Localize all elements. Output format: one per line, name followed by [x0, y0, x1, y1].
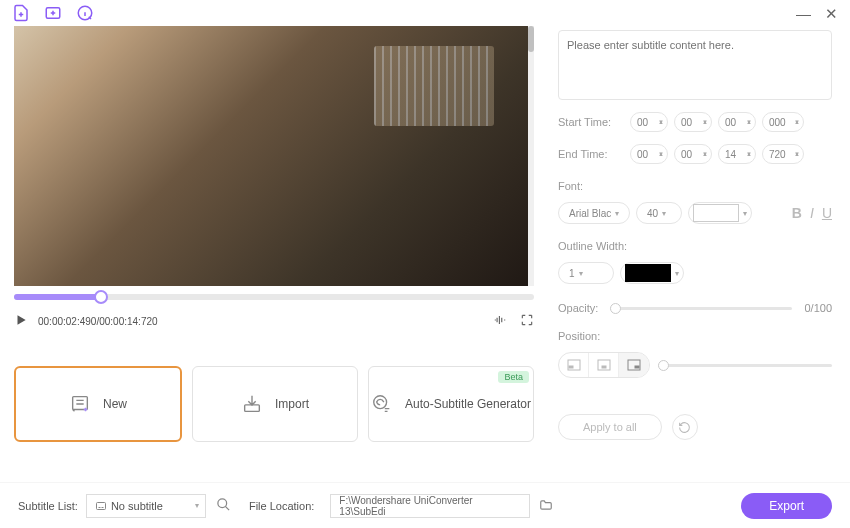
- end-ms-spinner[interactable]: 720▲▼: [762, 144, 804, 164]
- opacity-value: 0/100: [804, 302, 832, 314]
- end-time-label: End Time:: [558, 148, 630, 160]
- start-sec-spinner[interactable]: 00▲▼: [718, 112, 756, 132]
- opacity-label: Opacity:: [558, 302, 598, 314]
- subtitle-list-label: Subtitle List:: [18, 500, 78, 512]
- progress-slider[interactable]: [14, 294, 534, 300]
- refresh-button[interactable]: [672, 414, 698, 440]
- waveform-icon[interactable]: [492, 313, 508, 329]
- add-subtitle-icon[interactable]: [76, 4, 94, 22]
- file-location-label: File Location:: [249, 500, 314, 512]
- new-card[interactable]: New: [14, 366, 182, 442]
- title-bar: — ✕: [0, 0, 850, 26]
- close-button[interactable]: ✕: [825, 6, 838, 21]
- search-icon[interactable]: [216, 497, 231, 514]
- apply-all-button[interactable]: Apply to all: [558, 414, 662, 440]
- video-preview[interactable]: [14, 26, 534, 286]
- folder-icon[interactable]: [538, 498, 554, 514]
- start-hour-spinner[interactable]: 00▲▼: [630, 112, 668, 132]
- add-video-icon[interactable]: [44, 4, 62, 22]
- svg-rect-2: [73, 397, 88, 410]
- timecode: 00:00:02:490/00:00:14:720: [38, 316, 158, 327]
- new-label: New: [103, 397, 127, 411]
- import-label: Import: [275, 397, 309, 411]
- svg-point-4: [374, 396, 387, 409]
- position-label: Position:: [558, 330, 832, 342]
- font-family-select[interactable]: Arial Blac▾: [558, 202, 630, 224]
- start-min-spinner[interactable]: 00▲▼: [674, 112, 712, 132]
- outline-width-select[interactable]: 1▾: [558, 262, 614, 284]
- end-sec-spinner[interactable]: 14▲▼: [718, 144, 756, 164]
- position-slider[interactable]: [658, 364, 832, 367]
- font-size-select[interactable]: 40▾: [636, 202, 682, 224]
- bold-button[interactable]: B: [792, 205, 802, 221]
- subtitle-textarea-container: [558, 30, 832, 100]
- svg-rect-6: [569, 366, 573, 368]
- subtitle-list-select[interactable]: No subtitle ▾: [86, 494, 206, 518]
- start-time-label: Start Time:: [558, 116, 630, 128]
- font-color-select[interactable]: ▾: [688, 202, 752, 224]
- font-label: Font:: [558, 180, 832, 192]
- auto-subtitle-icon: [371, 393, 393, 415]
- position-center-button[interactable]: [589, 353, 619, 377]
- italic-button[interactable]: I: [810, 205, 814, 221]
- subtitle-textarea[interactable]: [567, 39, 823, 91]
- new-icon: [69, 393, 91, 415]
- position-left-button[interactable]: [559, 353, 589, 377]
- import-card[interactable]: Import: [192, 366, 358, 442]
- file-location-path[interactable]: F:\Wondershare UniConverter 13\SubEdi: [330, 494, 530, 518]
- svg-rect-8: [602, 366, 606, 368]
- auto-subtitle-card[interactable]: Beta Auto-Subtitle Generator: [368, 366, 534, 442]
- outline-label: Outline Width:: [558, 240, 832, 252]
- svg-point-12: [218, 499, 227, 508]
- start-ms-spinner[interactable]: 000▲▼: [762, 112, 804, 132]
- auto-subtitle-label: Auto-Subtitle Generator: [405, 397, 531, 411]
- svg-rect-11: [96, 502, 105, 509]
- export-button[interactable]: Export: [741, 493, 832, 519]
- fullscreen-icon[interactable]: [520, 313, 534, 329]
- import-icon: [241, 393, 263, 415]
- outline-color-select[interactable]: ▾: [620, 262, 684, 284]
- add-file-icon[interactable]: [12, 4, 30, 22]
- opacity-slider[interactable]: [610, 307, 792, 310]
- beta-badge: Beta: [498, 371, 529, 383]
- end-hour-spinner[interactable]: 00▲▼: [630, 144, 668, 164]
- position-right-button[interactable]: [619, 353, 649, 377]
- svg-rect-10: [635, 366, 639, 368]
- video-scrollbar[interactable]: [528, 26, 534, 286]
- underline-button[interactable]: U: [822, 205, 832, 221]
- minimize-button[interactable]: —: [796, 6, 811, 21]
- end-min-spinner[interactable]: 00▲▼: [674, 144, 712, 164]
- play-button[interactable]: [14, 313, 28, 329]
